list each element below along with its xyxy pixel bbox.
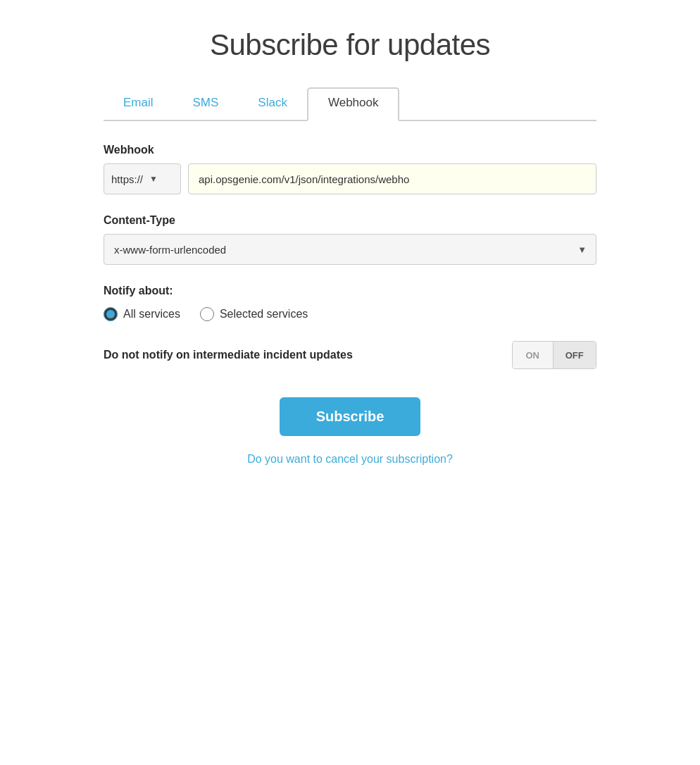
subscribe-button[interactable]: Subscribe <box>280 397 421 436</box>
content-type-label: Content-Type <box>104 214 596 227</box>
tab-email[interactable]: Email <box>104 89 173 120</box>
toggle-section: Do not notify on intermediate incident u… <box>104 341 596 369</box>
radio-all-services[interactable]: All services <box>104 307 180 321</box>
notify-about-label: Notify about: <box>104 285 596 297</box>
protocol-chevron-icon: ▼ <box>149 174 158 184</box>
content-type-select[interactable]: x-www-form-urlencoded application/json t… <box>104 234 596 265</box>
protocol-select-wrapper[interactable]: https:// http:// ▼ <box>104 163 181 194</box>
radio-selected-services[interactable]: Selected services <box>200 307 308 321</box>
webhook-url-input[interactable] <box>188 163 596 194</box>
tabs-bar: Email SMS Slack Webhook <box>104 87 596 121</box>
main-container: Subscribe for updates Email SMS Slack We… <box>104 28 596 466</box>
webhook-section: Webhook https:// http:// ▼ <box>104 144 596 194</box>
toggle-on[interactable]: ON <box>513 342 553 368</box>
tab-webhook[interactable]: Webhook <box>307 87 400 121</box>
radio-group: All services Selected services <box>104 307 596 321</box>
toggle-label: Do not notify on intermediate incident u… <box>104 347 353 363</box>
radio-selected-services-input[interactable] <box>200 307 214 321</box>
radio-all-services-label: All services <box>123 308 180 321</box>
tab-slack[interactable]: Slack <box>238 89 307 120</box>
subscribe-button-wrapper: Subscribe <box>104 397 596 436</box>
webhook-row: https:// http:// ▼ <box>104 163 596 194</box>
radio-selected-services-label: Selected services <box>220 308 308 321</box>
tab-sms[interactable]: SMS <box>173 89 239 120</box>
cancel-subscription-link[interactable]: Do you want to cancel your subscription? <box>104 453 596 466</box>
protocol-dropdown[interactable]: https:// http:// <box>111 173 144 185</box>
radio-all-services-input[interactable] <box>104 307 118 321</box>
notify-about-section: Notify about: All services Selected serv… <box>104 285 596 321</box>
toggle-switch[interactable]: ON OFF <box>512 341 596 369</box>
toggle-off[interactable]: OFF <box>553 342 596 368</box>
webhook-field-label: Webhook <box>104 144 596 156</box>
page-title: Subscribe for updates <box>104 28 596 62</box>
content-type-wrapper: x-www-form-urlencoded application/json t… <box>104 234 596 265</box>
content-type-section: Content-Type x-www-form-urlencoded appli… <box>104 214 596 265</box>
